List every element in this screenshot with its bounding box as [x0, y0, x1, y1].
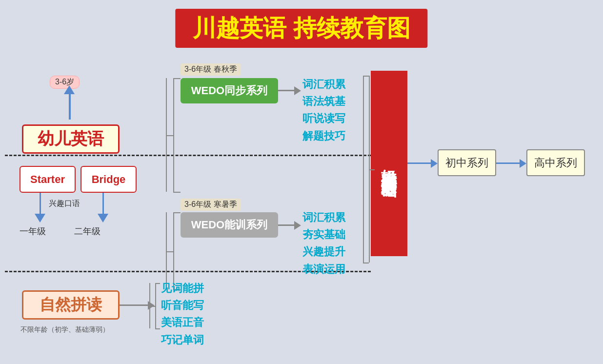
youer-box: 幼儿英语	[22, 124, 120, 154]
cyan-item-2: 语法筑基	[302, 93, 345, 110]
arrow-neng-shaft	[278, 224, 295, 226]
ziran-text: 自然拼读	[40, 294, 102, 316]
cyan-item-4: 解题技巧	[302, 127, 345, 144]
starter-label: Starter	[30, 173, 65, 186]
ziran-item-2: 听音能写	[161, 297, 204, 314]
ziran-item-1: 见词能拼	[161, 280, 204, 297]
wedo-tong-box: WEDO同步系列	[181, 78, 278, 103]
gaozhong-label: 高中系列	[534, 156, 577, 170]
starter-box: Starter	[20, 166, 76, 193]
bridge-label: Bridge	[92, 173, 126, 186]
down-arrow-shaft-left	[40, 193, 41, 215]
bridge-box: Bridge	[80, 166, 137, 193]
arrow-tong-head	[294, 86, 301, 95]
wedo-neng-label: WEDO能训系列	[191, 218, 267, 232]
cyan-item-1: 词汇积累	[302, 76, 345, 93]
arrow-red-shaft	[407, 162, 432, 164]
brace2-mid-h	[166, 251, 173, 252]
xingqu-label: 兴趣口语	[49, 199, 80, 209]
cyan-item-7: 兴趣提升	[302, 243, 345, 260]
arrow-red-head	[431, 159, 438, 168]
season1-label: 3-6年级 春秋季	[181, 63, 241, 76]
brace2-mid-v-up	[166, 212, 167, 251]
youer-text: 幼儿英语	[38, 128, 104, 150]
cyan-item-8: 表演运用	[302, 261, 345, 278]
title-box: 川越英语 持续教育图	[175, 9, 427, 48]
cyan-item-3: 听说读写	[302, 110, 345, 127]
right-brace-top-h	[363, 76, 369, 77]
arrow-neng-head	[294, 221, 301, 230]
arrow-up-shaft	[69, 93, 71, 120]
title-text: 川越英语 持续教育图	[193, 13, 410, 44]
right-brace-mid-vd	[369, 169, 370, 263]
ziran-box: 自然拼读	[22, 290, 120, 320]
ziran-brace-top-h	[155, 283, 160, 284]
down-arrow-head-right	[98, 214, 108, 222]
brace-mid-v-up	[166, 78, 167, 135]
down-arrow-head-left	[35, 214, 45, 222]
brace-horiz-top	[173, 78, 181, 79]
grade2-label: 二年级	[74, 225, 100, 237]
brace-horiz-bottom	[173, 192, 181, 193]
brace-mid-h	[166, 135, 173, 136]
chuzhong-label: 初中系列	[445, 156, 488, 170]
red-block-text: 轻松应对小升初初中英语好基础	[380, 157, 398, 170]
gaozhong-box: 高中系列	[526, 149, 585, 176]
ziran-brace-mid-vu	[149, 283, 150, 306]
grade1-label: 一年级	[20, 225, 46, 237]
brace2-left-top	[173, 212, 174, 290]
brace-left-top	[173, 78, 174, 193]
right-brace-vert	[363, 76, 364, 263]
wedo-tong-label: WEDO同步系列	[191, 83, 267, 98]
down-arrow-shaft-right	[102, 193, 104, 215]
ziran-brace-mid-vd	[149, 306, 150, 328]
nianji-label: 不限年龄（初学、基础薄弱）	[20, 325, 109, 334]
cyan-item-6: 夯实基础	[302, 226, 345, 243]
grade-labels: 一年级 二年级	[20, 225, 100, 237]
brace-mid-v-down	[166, 135, 167, 192]
right-brace-bot-h	[363, 263, 369, 263]
ziran-brace-vert	[155, 283, 156, 329]
chuzhong-box: 初中系列	[438, 149, 496, 176]
dashed-separator-1	[5, 155, 371, 156]
ziran-item-4: 巧记单词	[161, 331, 204, 348]
arrow-chuzhong-shaft	[496, 162, 521, 164]
brace2-horiz-top	[173, 212, 181, 213]
season2-label: 3-6年级 寒暑季	[181, 199, 241, 211]
cyan-list-bottom: 词汇积累 夯实基础 兴趣提升 表演运用	[302, 209, 345, 278]
ziran-item-3: 美语正音	[161, 314, 204, 331]
arrow-ziran-shaft	[120, 304, 149, 306]
arrow-tong-shaft	[278, 90, 295, 91]
cyan-list-top: 词汇积累 语法筑基 听说读写 解题技巧	[302, 76, 345, 144]
right-brace-mid-vu	[369, 76, 370, 169]
wedo-neng-box: WEDO能训系列	[181, 212, 278, 238]
cyan-item-5: 词汇积累	[302, 209, 345, 226]
ziran-cyan-list: 见词能拼 听音能写 美语正音 巧记单词	[161, 280, 204, 348]
arrow-up-head	[64, 85, 75, 94]
red-block: 轻松应对小升初初中英语好基础	[371, 71, 407, 256]
ziran-brace-bot-h	[155, 328, 160, 329]
arrow-chuzhong-head	[520, 159, 526, 168]
